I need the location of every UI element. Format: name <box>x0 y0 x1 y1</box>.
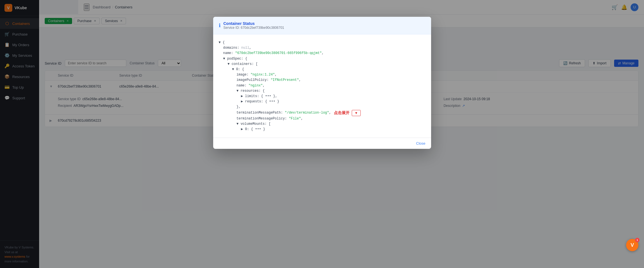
modal-header: ℹ Container Status Service ID: 670dc2bef… <box>213 17 431 34</box>
modal-close-button[interactable]: Close <box>416 141 425 145</box>
json-line: ▼ volumeMounts: [ <box>219 121 426 127</box>
json-line: ▶ 0: { ••• } <box>219 127 426 132</box>
modal-overlay[interactable]: ℹ Container Status Service ID: 670dc2bef… <box>0 0 644 268</box>
json-line: ▶ requests: { ••• } <box>219 99 426 104</box>
json-line: ▶ limits: { ••• }, <box>219 94 426 99</box>
modal-title: Container Status <box>224 21 284 26</box>
json-line: imagePullPolicy: "IfNotPresent", <box>219 77 426 83</box>
json-line: ▼ { <box>219 40 426 45</box>
json-line: terminationMessagePolicy: "File", <box>219 116 426 121</box>
modal-footer: Close <box>213 138 431 149</box>
json-line: terminationMessagePath: "/dev/terminatio… <box>219 110 426 116</box>
container-status-modal: ℹ Container Status Service ID: 670dc2bef… <box>213 17 431 149</box>
json-line: ▼ 0: { <box>219 67 426 72</box>
expand-button[interactable]: ▼ <box>352 110 361 116</box>
json-line: name: "nginx", <box>219 83 426 88</box>
floating-v-badge[interactable]: V 1 <box>626 239 638 251</box>
modal-subtitle: Service ID: 670dc2bef739be90c3806701 <box>224 26 284 30</box>
json-line: image: "nginx:1.24", <box>219 72 426 77</box>
annotation-chinese: 点击展开 <box>334 110 350 116</box>
json-line: ▼ resources: { <box>219 88 426 94</box>
json-line: ▼ containers: [ <box>219 62 426 67</box>
json-line: }, <box>219 104 426 110</box>
modal-body: ▼ { domains: null, name: "670dc2bef739be… <box>213 34 431 138</box>
json-line: domains: null, <box>219 45 426 51</box>
json-line: ▼ podSpec: { <box>219 56 426 62</box>
floating-v-notification: 1 <box>635 238 640 242</box>
modal-info-icon: ℹ <box>219 22 221 29</box>
json-line: name: "670dc2bef739be90c3806701-665f996f… <box>219 51 426 56</box>
